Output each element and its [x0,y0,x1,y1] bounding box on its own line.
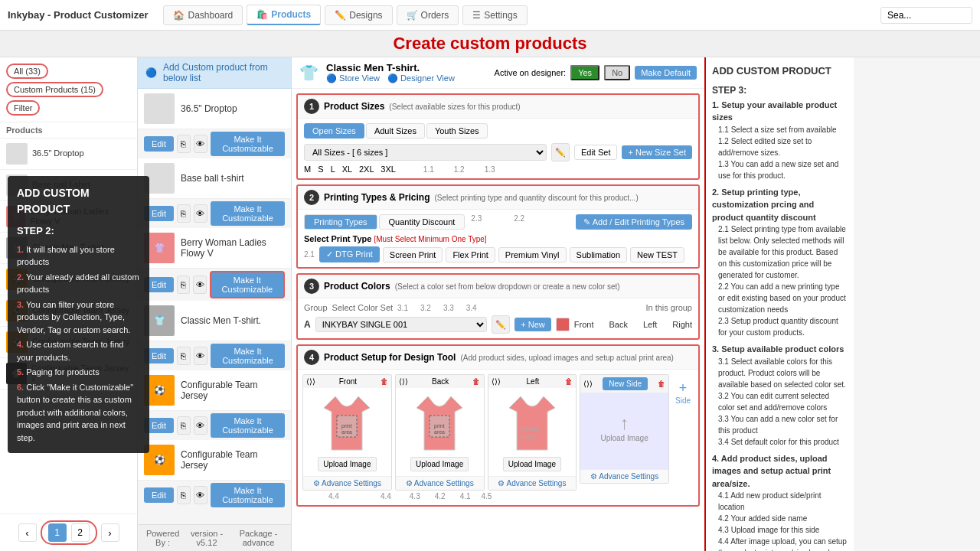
back-side-label: Back [432,377,449,386]
info-section-2: 2. Setup printing type, customization pr… [712,186,848,339]
section-title: Product Colors [324,281,390,292]
store-view-link[interactable]: 🔵 Store View [326,73,380,83]
product-sizes-section: 1 Product Sizes (Select available sizes … [296,93,700,180]
info-num-1: 1. Setup your available product sizes [712,99,848,124]
select-color-set-label: Select Color Set [332,303,393,312]
overlay-step: STEP 2: [17,223,138,239]
make-customizable-button[interactable]: Make It Customizable [211,483,285,507]
prev-page-button[interactable]: ‹ [18,523,37,542]
edit-button[interactable]: Edit [144,136,174,152]
upload-left-button[interactable]: Upload Image [503,457,561,471]
table-row: Base ball t-shirt [138,158,291,199]
eye-icon-button[interactable]: 👁 [194,486,207,504]
next-page-button[interactable]: › [101,523,119,542]
tshirt-container-front: print area [320,393,374,454]
overlay-item: 1. It will show all you store products [17,243,138,269]
delete-icon[interactable]: 🗑 [565,377,573,386]
eye-icon-button[interactable]: 👁 [194,347,207,365]
custom-filter-button[interactable]: Custom Products (15) [6,82,103,97]
active-yes-button[interactable]: Yes [570,65,599,80]
make-customizable-button[interactable]: Make It Customizable [211,344,285,368]
add-edit-printing-button[interactable]: ✎ Add / Edit Printing Types [576,214,692,230]
row-actions: Edit ⎘ 👁 Make It Customizable [138,199,291,228]
advance-settings-left[interactable]: ⚙ Advance Settings [488,476,577,490]
upload-back-button[interactable]: Upload Image [410,457,469,471]
make-customizable-button[interactable]: Make It Customizable [210,271,285,298]
eye-icon-button[interactable]: 👁 [193,276,206,294]
eye-icon-button[interactable]: 👁 [194,204,207,223]
footer: Powered By : version - v5.12 Package - a… [138,524,291,551]
app-title: Inkybay - Product Customizer [8,9,148,21]
edit-size-icon-button[interactable]: ✏️ [551,143,570,161]
delete-icon[interactable]: 🗑 [658,380,665,388]
tab-settings[interactable]: ☰ Settings [462,5,527,25]
eye-icon-button[interactable]: 👁 [194,416,207,435]
label-4-1: 4.1 [460,492,471,500]
make-customizable-button[interactable]: Make It Customizable [211,201,285,226]
copy-icon-button[interactable]: ⎘ [177,416,191,435]
add-custom-bar: 🔵 Add Custom product from below list [138,57,291,89]
side-body: Upload Image Upload Image [488,388,577,476]
upload-front-button[interactable]: Upload Image [318,457,376,471]
tab-products[interactable]: 🛍️ Products [247,5,321,25]
side-nav-icon: ⟨⟩⟩ [399,377,408,386]
new-test-button[interactable]: New TEST [630,247,684,262]
tab-orders[interactable]: 🛒 Orders [397,5,459,25]
design-side-front: ⟨⟩⟩ Front 🗑 print [302,374,392,491]
make-default-button[interactable]: Make Default [635,66,697,80]
quantity-discount-tab[interactable]: Quantity Discount [379,214,466,230]
all-filter-button[interactable]: All (33) [6,64,48,79]
page-2-button[interactable]: 2 [71,523,90,542]
dtg-print-button[interactable]: ✓ DTG Print [319,246,380,262]
new-size-set-button[interactable]: + New Size Set [622,145,692,159]
info-num-4: 4. Add product sides, upload images and … [712,452,848,491]
filter-button[interactable]: Filter [6,100,40,116]
list-item[interactable]: 36.5" Droptop [0,139,137,170]
active-no-button[interactable]: No [604,65,630,80]
copy-icon-button[interactable]: ⎘ [177,486,191,504]
orders-icon: 🛒 [407,10,418,21]
copy-icon-button[interactable]: ⎘ [177,204,191,223]
info-panel: ADD CUSTOM PRODUCT STEP 3: 1. Setup your… [704,57,854,551]
new-color-button[interactable]: + New [514,318,551,331]
svg-text:area: area [341,429,352,435]
sublimation-button[interactable]: Sublimation [570,247,627,262]
make-customizable-button[interactable]: Make It Customizable [211,413,285,438]
flex-print-button[interactable]: Flex Print [446,247,495,262]
copy-icon-button[interactable]: ⎘ [177,276,190,294]
adult-sizes-tab[interactable]: Adult Sizes [366,123,425,139]
screen-print-button[interactable]: Screen Print [383,247,443,262]
tab-designs[interactable]: ✏️ Designs [325,5,392,25]
edit-button[interactable]: Edit [144,487,174,503]
premium-vinyl-button[interactable]: Premium Vinyl [498,247,567,262]
advance-settings-new[interactable]: ⚙ Advance Settings [580,469,668,483]
copy-icon-button[interactable]: ⎘ [177,347,191,365]
printing-types-tab[interactable]: Printing Types [304,214,377,230]
eye-icon-button[interactable]: 👁 [194,135,207,153]
product-name: Berry Woman Ladies Flowy V [181,237,285,259]
search-input[interactable] [880,7,972,24]
size-labels-row: M S L XL 2XL 3XL 1.1 1.2 1.3 [304,165,692,174]
info-section-1: 1. Setup your available product sizes 1.… [712,99,848,181]
edit-color-button[interactable]: ✏️ [492,315,510,334]
advance-settings-front[interactable]: ⚙ Advance Settings [303,476,391,490]
tab-dashboard[interactable]: 🏠 Dashboard [163,5,243,25]
page-1-button[interactable]: 1 [48,523,67,542]
edit-set-button[interactable]: Edit Set [574,145,618,160]
open-sizes-tab[interactable]: Open Sizes [304,123,364,139]
make-customizable-button[interactable]: Make It Customizable [211,132,285,156]
youth-sizes-tab[interactable]: Youth Sizes [426,123,488,139]
copy-icon-button[interactable]: ⎘ [177,135,191,153]
delete-icon[interactable]: 🗑 [381,377,388,386]
size-set-select[interactable]: All Sizes - [ 6 sizes ] [304,144,547,161]
color-set-select[interactable]: INKYBAY SINGLE 001 [315,317,488,332]
overlay-item: 3. You can filter your store products by… [17,298,138,337]
designer-view-link[interactable]: 🔵 Designer View [387,73,455,83]
tshirt-svg-front: print area [320,393,374,454]
new-side-button[interactable]: New Side [603,377,648,390]
info-num-3: 3. Setup available product colors [712,343,848,356]
advance-settings-back[interactable]: ⚙ Advance Settings [396,476,484,490]
add-side-button[interactable]: + Side [672,374,694,411]
printing-section: 2 Printing Types & Pricing (Select print… [296,184,700,269]
delete-icon[interactable]: 🗑 [472,377,480,386]
